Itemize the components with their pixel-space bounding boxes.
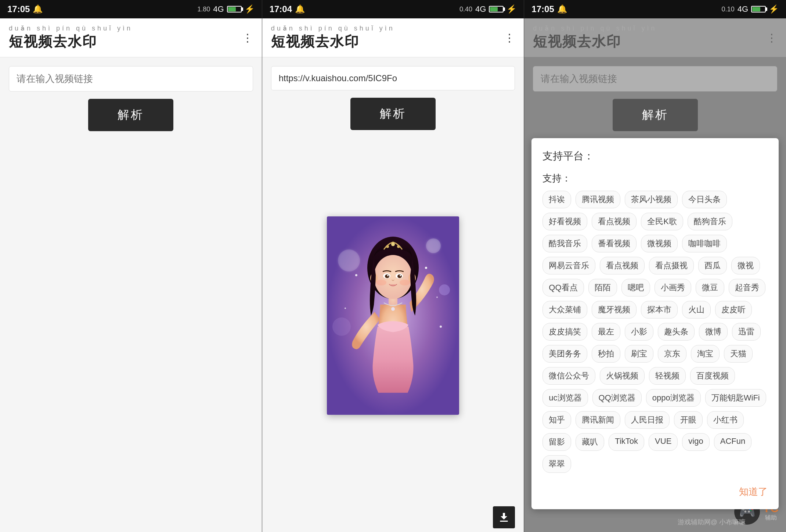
platform-tag: 微视: [731, 257, 760, 274]
status-right-2: 0.40 4G ⚡: [459, 4, 516, 14]
status-left-3: 17:05 🔔: [531, 4, 567, 14]
network-speed-1: 1.80: [197, 6, 210, 13]
platform-tag: 看点摄视: [649, 257, 694, 274]
platform-tag: 好看视频: [542, 213, 587, 230]
platform-tag: 小红书: [707, 411, 744, 429]
video-thumbnail: [327, 216, 459, 415]
platform-tag: 轻视频: [649, 367, 686, 385]
app-header-1: duǎn shì pín qù shuǐ yìn 短视频去水印 ⋮: [0, 18, 262, 57]
platform-tag: 抖诶: [542, 191, 571, 208]
app-header-2: duǎn shì pín qù shuǐ yìn 短视频去水印 ⋮: [262, 18, 524, 57]
platform-tag: 看点视频: [600, 257, 645, 274]
platform-tag: 火锅视频: [600, 367, 645, 385]
battery-3: [751, 6, 766, 12]
platform-tag: 翠翠: [542, 455, 571, 473]
platform-tag: 起音秀: [729, 279, 765, 296]
platform-tag: 微视频: [641, 235, 678, 252]
time-2: 17:04: [270, 4, 292, 14]
platform-tag: 网易云音乐: [542, 257, 595, 274]
platform-tag: 开眼: [674, 411, 703, 429]
download-button[interactable]: [493, 506, 515, 528]
status-right-1: 1.80 4G ⚡: [197, 4, 254, 14]
platform-tag: 火山: [682, 301, 711, 319]
platform-tag: 魔牙视频: [592, 301, 637, 319]
more-menu-2[interactable]: ⋮: [504, 31, 515, 44]
platform-tag: 酷我音乐: [542, 235, 587, 252]
platform-tag: 微豆: [696, 279, 724, 296]
svg-point-27: [400, 280, 410, 285]
svg-point-2: [426, 238, 441, 253]
platform-tag: 大众菜铺: [542, 301, 587, 319]
app-title-block-3: duǎn shì pín qù shuǐ yìn 短视频去水印: [533, 24, 657, 51]
video-area: [271, 137, 515, 494]
more-menu-3[interactable]: ⋮: [766, 31, 777, 44]
platform-tag: 藏叭: [576, 433, 604, 451]
bolt-icon-3: ⚡: [769, 4, 779, 14]
svg-point-14: [374, 255, 412, 299]
svg-point-5: [355, 274, 357, 276]
signal-3: 4G: [738, 4, 748, 14]
support-dialog: 支持平台： 支持： 抖诶腾讯视频茶风小视频今日头条好看视频看点视频全民K歌酷狗音…: [531, 138, 779, 509]
svg-point-23: [397, 274, 402, 278]
status-panel-1: 17:05 🔔 1.80 4G ⚡: [0, 0, 262, 18]
panel3-content: 解析 支持平台： 支持： 抖诶腾讯视频茶风小视频今日头条好看视频看点视频全民K歌…: [524, 57, 786, 532]
platform-tag: VUE: [649, 433, 678, 451]
app-content-1: 解析: [0, 57, 262, 532]
app-content-2: 解析: [262, 57, 524, 503]
status-panel-2: 17:04 🔔 0.40 4G ⚡: [262, 0, 524, 18]
status-bar: 17:05 🔔 1.80 4G ⚡ 17:04 🔔 0.40 4G ⚡ 17:0…: [0, 0, 786, 18]
url-input-3[interactable]: [533, 66, 777, 91]
battery-2: [489, 6, 504, 12]
platform-tag: 茶风小视频: [625, 191, 678, 208]
download-icon-svg: [497, 511, 511, 524]
svg-point-9: [345, 308, 346, 309]
platform-tag: 最左: [592, 323, 620, 341]
bolt-icon-1: ⚡: [245, 4, 255, 14]
platform-tag: 万能钥匙WiFi: [705, 389, 766, 407]
notif-icon-2: 🔔: [295, 4, 305, 14]
app-title-2: 短视频去水印: [271, 32, 395, 51]
parse-button-2[interactable]: 解析: [350, 98, 436, 130]
platform-tag: 今日头条: [682, 191, 727, 208]
notif-icon-1: 🔔: [33, 4, 43, 14]
app-header-3: duǎn shì pín qù shuǐ yìn 短视频去水印 ⋮: [524, 18, 786, 57]
url-input-1[interactable]: [9, 66, 253, 91]
platform-tag: 留影: [542, 433, 571, 451]
platform-tag: 腾讯视频: [576, 191, 620, 208]
tags-container: 抖诶腾讯视频茶风小视频今日头条好看视频看点视频全民K歌酷狗音乐酷我音乐番看视频微…: [542, 191, 768, 473]
wm-sub-label: 辅助: [765, 514, 777, 522]
app-pinyin-3: duǎn shì pín qù shuǐ yìn: [533, 24, 657, 32]
svg-point-10: [440, 326, 442, 328]
parse-button-3[interactable]: 解析: [613, 99, 698, 131]
platform-tag: ACFun: [714, 433, 751, 451]
platform-tag: 人民日报: [625, 411, 670, 429]
more-menu-1[interactable]: ⋮: [242, 31, 253, 44]
svg-point-7: [425, 267, 427, 269]
svg-point-26: [376, 280, 386, 285]
status-right-3: 0.10 4G ⚡: [722, 4, 779, 14]
platform-tag: 陌陌: [588, 279, 617, 296]
platform-tag: 探本市: [641, 301, 678, 319]
svg-point-8: [436, 296, 438, 298]
wm-small-text: 游戏辅助网@ 小布嘛嘛: [678, 518, 746, 526]
platform-tag: 淘宝: [691, 345, 720, 363]
time-1: 17:05: [7, 4, 30, 14]
platform-tag: 腾讯新闻: [576, 411, 620, 429]
app-title-1: 短视频去水印: [9, 32, 133, 51]
platform-tag: 趣头条: [658, 323, 695, 341]
platform-tag: 知乎: [542, 411, 571, 429]
platform-tag: oppo浏览器: [646, 389, 701, 407]
support-dialog-title: 支持平台：: [542, 149, 768, 163]
parse-button-1[interactable]: 解析: [88, 99, 173, 131]
video-figure-svg: [327, 216, 459, 415]
platform-tag: 皮皮搞笑: [542, 323, 587, 341]
svg-point-22: [385, 274, 389, 278]
app-title-3: 短视频去水印: [533, 32, 657, 51]
know-button[interactable]: 知道了: [739, 485, 768, 498]
url-input-2[interactable]: [271, 66, 515, 90]
platform-tag: 京东: [658, 345, 686, 363]
platform-tag: 迅雷: [732, 323, 761, 341]
platform-tag: 天猫: [724, 345, 753, 363]
platform-tag: 秒拍: [592, 345, 620, 363]
platform-tag: 小画秀: [655, 279, 691, 296]
